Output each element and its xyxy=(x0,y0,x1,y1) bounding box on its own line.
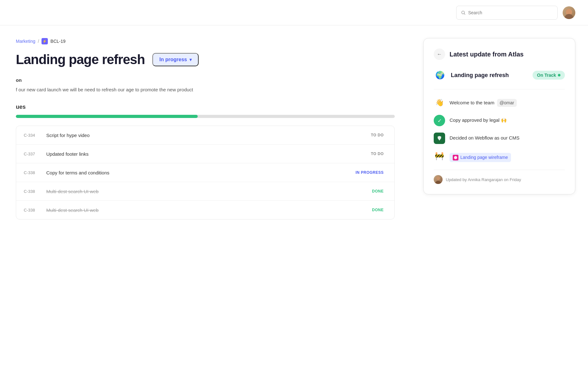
atlas-card: ← Latest update from Atlas 🌍 Landing pag… xyxy=(423,38,575,194)
project-icon: 🌍 xyxy=(434,69,446,82)
figma-icon xyxy=(453,155,458,160)
table-row[interactable]: C-338 Multi-dest search UI web DONE xyxy=(16,201,394,219)
search-input[interactable] xyxy=(468,10,553,15)
check-icon: ✓ xyxy=(434,115,445,126)
svg-point-0 xyxy=(462,11,464,14)
issue-id: C-338 xyxy=(24,189,41,194)
chevron-down-icon: ▾ xyxy=(189,57,192,62)
update-item: Decided on Webflow as our CMS xyxy=(434,133,565,144)
issue-id: C-334 xyxy=(24,133,41,138)
right-panel: ← Latest update from Atlas 🌍 Landing pag… xyxy=(411,25,588,392)
update-item: 👋 Welcome to the team @omar xyxy=(434,97,565,108)
issue-id: C-337 xyxy=(24,152,41,156)
progress-bar-fill xyxy=(16,115,198,118)
breadcrumb-icon: ⚡ xyxy=(42,38,48,44)
issue-title: Multi-dest search UI web xyxy=(46,207,364,213)
issue-status: DONE xyxy=(369,188,387,195)
progress-bar-background xyxy=(16,115,395,118)
user-avatar[interactable] xyxy=(563,6,575,19)
issue-title: Multi-dest search UI web xyxy=(46,189,364,194)
svg-line-1 xyxy=(464,13,465,14)
issue-title: Script for hype video xyxy=(46,133,363,138)
wireframe-link[interactable]: Landing page wireframe xyxy=(450,153,511,162)
table-row[interactable]: C-338 Copy for terms and conditions IN P… xyxy=(16,163,394,182)
issue-title: Copy for terms and conditions xyxy=(46,170,347,175)
update-label: Decided on Webflow as our CMS xyxy=(450,135,520,140)
left-panel: Marketing / ⚡ BCL-19 Landing page refres… xyxy=(0,25,411,392)
on-track-dot xyxy=(558,74,560,76)
issues-table: C-334 Script for hype video TO DO C-337 … xyxy=(16,126,395,219)
tool-icon xyxy=(434,133,445,144)
wave-icon: 👋 xyxy=(434,97,445,108)
issues-label: ues xyxy=(16,104,395,110)
mention-badge[interactable]: @omar xyxy=(497,99,517,107)
search-icon xyxy=(461,10,466,15)
update-text: Copy approved by legal 🙌 xyxy=(450,115,507,124)
update-label: Welcome to the team xyxy=(450,100,494,105)
issue-status: IN PROGRESS xyxy=(352,169,387,176)
table-row[interactable]: C-338 Multi-dest search UI web DONE xyxy=(16,182,394,201)
project-row: 🌍 Landing page refresh On Track xyxy=(434,69,565,89)
issue-status: TO DO xyxy=(368,132,387,139)
breadcrumb-parent[interactable]: Marketing xyxy=(16,39,35,44)
issue-id: C-338 xyxy=(24,170,41,175)
table-row[interactable]: C-337 Updated footer links TO DO xyxy=(16,145,394,163)
atlas-header: ← Latest update from Atlas xyxy=(434,49,565,60)
page-title: Landing page refresh xyxy=(16,52,145,67)
main-content: Marketing / ⚡ BCL-19 Landing page refres… xyxy=(0,25,588,392)
description-text: f our new card launch we will be need to… xyxy=(16,86,395,94)
project-name: Landing page refresh xyxy=(451,72,528,79)
top-bar xyxy=(0,0,588,25)
status-label: In progress xyxy=(159,57,187,62)
update-text: Landing page wireframe xyxy=(450,150,511,162)
title-row: Landing page refresh In progress ▾ xyxy=(16,52,395,67)
table-row[interactable]: C-334 Script for hype video TO DO xyxy=(16,126,394,145)
progress-container xyxy=(16,115,395,118)
wireframe-link-label: Landing page wireframe xyxy=(460,154,508,161)
breadcrumb-id: BCL-19 xyxy=(50,39,65,44)
footer-updated-text: Updated by Annika Rangarajan on Friday xyxy=(446,177,521,182)
update-text: Decided on Webflow as our CMS xyxy=(450,133,520,142)
update-label: Copy approved by legal 🙌 xyxy=(450,117,507,123)
construction-icon: 🚧 xyxy=(434,150,445,162)
issue-status: TO DO xyxy=(368,150,387,157)
update-item: 🚧 Landing page wireframe xyxy=(434,150,565,162)
on-track-badge: On Track xyxy=(533,71,565,80)
back-button[interactable]: ← xyxy=(434,49,445,60)
issue-status: DONE xyxy=(369,206,387,213)
update-text: Welcome to the team @omar xyxy=(450,97,517,107)
breadcrumb: Marketing / ⚡ BCL-19 xyxy=(16,38,395,44)
on-track-label: On Track xyxy=(537,73,556,78)
status-button[interactable]: In progress ▾ xyxy=(152,53,199,66)
updates-list: 👋 Welcome to the team @omar ✓ Copy appro… xyxy=(434,97,565,162)
svg-point-2 xyxy=(454,156,457,159)
breadcrumb-separator: / xyxy=(38,39,39,44)
issue-id: C-338 xyxy=(24,208,41,212)
description-label: on xyxy=(16,77,395,83)
atlas-footer: Updated by Annika Rangarajan on Friday xyxy=(434,170,565,184)
search-bar[interactable] xyxy=(456,6,558,20)
update-item: ✓ Copy approved by legal 🙌 xyxy=(434,115,565,126)
footer-avatar xyxy=(434,175,443,184)
issue-title: Updated footer links xyxy=(46,151,363,157)
atlas-title: Latest update from Atlas xyxy=(450,51,524,58)
